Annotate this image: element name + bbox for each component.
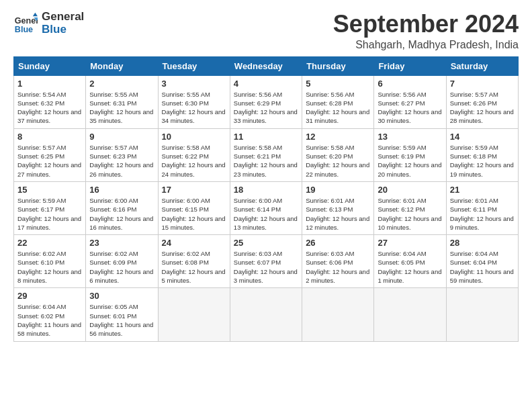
calendar-header-row: Sunday Monday Tuesday Wednesday Thursday…	[14, 56, 519, 75]
table-row: 16Sunrise: 6:00 AMSunset: 6:16 PMDayligh…	[86, 181, 158, 234]
table-row: 5Sunrise: 5:56 AMSunset: 6:28 PMDaylight…	[302, 75, 374, 128]
cell-info: Sunrise: 6:04 AMSunset: 6:05 PMDaylight:…	[378, 249, 442, 285]
cell-info: Sunrise: 5:57 AMSunset: 6:26 PMDaylight:…	[450, 90, 515, 126]
table-row: 23Sunrise: 6:02 AMSunset: 6:09 PMDayligh…	[86, 235, 158, 288]
day-number: 16	[89, 185, 154, 195]
day-number: 9	[89, 132, 154, 142]
table-row: 24Sunrise: 6:02 AMSunset: 6:08 PMDayligh…	[158, 235, 230, 288]
day-number: 27	[378, 238, 442, 248]
cell-info: Sunrise: 5:56 AMSunset: 6:27 PMDaylight:…	[378, 90, 442, 126]
day-number: 19	[306, 185, 370, 195]
day-number: 15	[17, 185, 82, 195]
day-number: 6	[378, 79, 442, 89]
day-number: 28	[450, 238, 515, 248]
table-row: 7Sunrise: 5:57 AMSunset: 6:26 PMDaylight…	[446, 75, 518, 128]
table-row: 2Sunrise: 5:55 AMSunset: 6:31 PMDaylight…	[86, 75, 158, 128]
table-row	[158, 288, 230, 341]
col-sunday: Sunday	[14, 56, 86, 75]
svg-text:Blue: Blue	[15, 24, 33, 34]
calendar-week-row: 29Sunrise: 6:04 AMSunset: 6:02 PMDayligh…	[14, 288, 519, 341]
day-number: 3	[162, 79, 226, 89]
svg-marker-2	[33, 12, 38, 15]
day-number: 11	[234, 132, 298, 142]
cell-info: Sunrise: 5:59 AMSunset: 6:17 PMDaylight:…	[17, 196, 82, 232]
cell-info: Sunrise: 6:02 AMSunset: 6:09 PMDaylight:…	[89, 249, 154, 285]
cell-info: Sunrise: 6:04 AMSunset: 6:04 PMDaylight:…	[450, 249, 515, 285]
table-row: 4Sunrise: 5:56 AMSunset: 6:29 PMDaylight…	[230, 75, 302, 128]
table-row: 18Sunrise: 6:00 AMSunset: 6:14 PMDayligh…	[230, 181, 302, 234]
day-number: 23	[89, 238, 154, 248]
cell-info: Sunrise: 6:03 AMSunset: 6:07 PMDaylight:…	[234, 249, 298, 285]
cell-info: Sunrise: 6:00 AMSunset: 6:16 PMDaylight:…	[89, 196, 154, 232]
logo-line2: Blue	[42, 24, 84, 36]
table-row: 21Sunrise: 6:01 AMSunset: 6:11 PMDayligh…	[446, 181, 518, 234]
table-row: 1Sunrise: 5:54 AMSunset: 6:32 PMDaylight…	[14, 75, 86, 128]
table-row	[374, 288, 446, 341]
cell-info: Sunrise: 5:54 AMSunset: 6:32 PMDaylight:…	[17, 90, 82, 126]
table-row	[230, 288, 302, 341]
title-block: September 2024 Shahgarh, Madhya Pradesh,…	[333, 11, 519, 51]
day-number: 2	[89, 79, 154, 89]
table-row: 27Sunrise: 6:04 AMSunset: 6:05 PMDayligh…	[374, 235, 446, 288]
calendar-week-row: 15Sunrise: 5:59 AMSunset: 6:17 PMDayligh…	[14, 181, 519, 234]
table-row: 17Sunrise: 6:00 AMSunset: 6:15 PMDayligh…	[158, 181, 230, 234]
header: General Blue General Blue September 2024…	[13, 11, 519, 51]
table-row: 15Sunrise: 5:59 AMSunset: 6:17 PMDayligh…	[14, 181, 86, 234]
cell-info: Sunrise: 6:03 AMSunset: 6:06 PMDaylight:…	[306, 249, 370, 285]
table-row: 29Sunrise: 6:04 AMSunset: 6:02 PMDayligh…	[14, 288, 86, 341]
day-number: 25	[234, 238, 298, 248]
cell-info: Sunrise: 6:02 AMSunset: 6:08 PMDaylight:…	[162, 249, 226, 285]
calendar-week-row: 8Sunrise: 5:57 AMSunset: 6:25 PMDaylight…	[14, 128, 519, 181]
col-friday: Friday	[374, 56, 446, 75]
cell-info: Sunrise: 5:57 AMSunset: 6:23 PMDaylight:…	[89, 143, 154, 179]
cell-info: Sunrise: 5:59 AMSunset: 6:18 PMDaylight:…	[450, 143, 515, 179]
table-row: 12Sunrise: 5:58 AMSunset: 6:20 PMDayligh…	[302, 128, 374, 181]
table-row: 26Sunrise: 6:03 AMSunset: 6:06 PMDayligh…	[302, 235, 374, 288]
day-number: 14	[450, 132, 515, 142]
table-row: 11Sunrise: 5:58 AMSunset: 6:21 PMDayligh…	[230, 128, 302, 181]
cell-info: Sunrise: 5:55 AMSunset: 6:31 PMDaylight:…	[89, 90, 154, 126]
col-wednesday: Wednesday	[230, 56, 302, 75]
logo: General Blue General Blue	[13, 11, 84, 36]
cell-info: Sunrise: 6:01 AMSunset: 6:13 PMDaylight:…	[306, 196, 370, 232]
day-number: 12	[306, 132, 370, 142]
cell-info: Sunrise: 5:55 AMSunset: 6:30 PMDaylight:…	[162, 90, 226, 126]
cell-info: Sunrise: 6:01 AMSunset: 6:11 PMDaylight:…	[450, 196, 515, 232]
day-number: 7	[450, 79, 515, 89]
cell-info: Sunrise: 5:58 AMSunset: 6:21 PMDaylight:…	[234, 143, 298, 179]
calendar-week-row: 1Sunrise: 5:54 AMSunset: 6:32 PMDaylight…	[14, 75, 519, 128]
col-monday: Monday	[86, 56, 158, 75]
cell-info: Sunrise: 6:04 AMSunset: 6:02 PMDaylight:…	[17, 302, 82, 338]
cell-info: Sunrise: 5:56 AMSunset: 6:28 PMDaylight:…	[306, 90, 370, 126]
col-tuesday: Tuesday	[158, 56, 230, 75]
cell-info: Sunrise: 5:59 AMSunset: 6:19 PMDaylight:…	[378, 143, 442, 179]
cell-info: Sunrise: 6:01 AMSunset: 6:12 PMDaylight:…	[378, 196, 442, 232]
cell-info: Sunrise: 6:02 AMSunset: 6:10 PMDaylight:…	[17, 249, 82, 285]
day-number: 4	[234, 79, 298, 89]
cell-info: Sunrise: 6:05 AMSunset: 6:01 PMDaylight:…	[89, 302, 154, 338]
day-number: 26	[306, 238, 370, 248]
calendar-week-row: 22Sunrise: 6:02 AMSunset: 6:10 PMDayligh…	[14, 235, 519, 288]
table-row: 22Sunrise: 6:02 AMSunset: 6:10 PMDayligh…	[14, 235, 86, 288]
month-title: September 2024	[333, 11, 519, 38]
cell-info: Sunrise: 5:57 AMSunset: 6:25 PMDaylight:…	[17, 143, 82, 179]
table-row: 3Sunrise: 5:55 AMSunset: 6:30 PMDaylight…	[158, 75, 230, 128]
calendar-table: Sunday Monday Tuesday Wednesday Thursday…	[13, 56, 519, 342]
day-number: 18	[234, 185, 298, 195]
cell-info: Sunrise: 5:56 AMSunset: 6:29 PMDaylight:…	[234, 90, 298, 126]
table-row: 9Sunrise: 5:57 AMSunset: 6:23 PMDaylight…	[86, 128, 158, 181]
col-saturday: Saturday	[446, 56, 518, 75]
day-number: 1	[17, 79, 82, 89]
day-number: 29	[17, 291, 82, 301]
cell-info: Sunrise: 6:00 AMSunset: 6:14 PMDaylight:…	[234, 196, 298, 232]
location-subtitle: Shahgarh, Madhya Pradesh, India	[333, 39, 519, 51]
day-number: 8	[17, 132, 82, 142]
day-number: 17	[162, 185, 226, 195]
day-number: 24	[162, 238, 226, 248]
table-row: 6Sunrise: 5:56 AMSunset: 6:27 PMDaylight…	[374, 75, 446, 128]
table-row: 20Sunrise: 6:01 AMSunset: 6:12 PMDayligh…	[374, 181, 446, 234]
table-row: 14Sunrise: 5:59 AMSunset: 6:18 PMDayligh…	[446, 128, 518, 181]
table-row: 19Sunrise: 6:01 AMSunset: 6:13 PMDayligh…	[302, 181, 374, 234]
table-row: 8Sunrise: 5:57 AMSunset: 6:25 PMDaylight…	[14, 128, 86, 181]
day-number: 30	[89, 291, 154, 301]
